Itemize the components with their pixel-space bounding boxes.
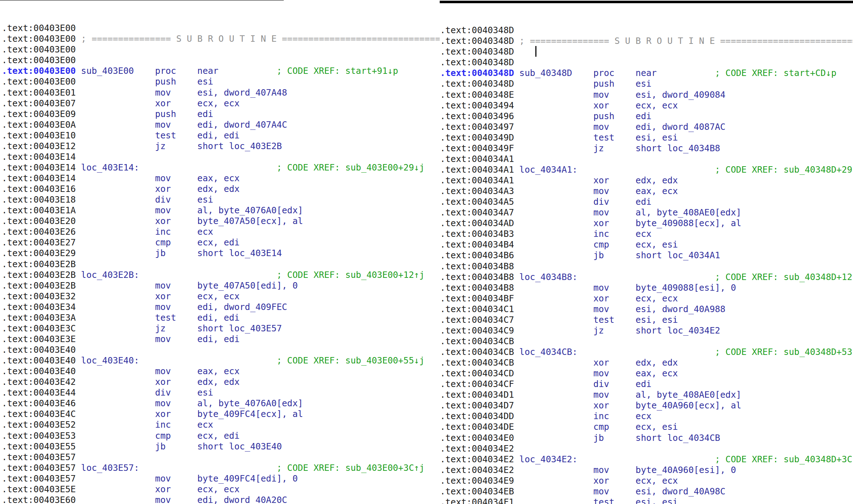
asm-line[interactable]: .text:004034A3 mov eax, ecx	[440, 186, 853, 197]
asm-line[interactable]: .text:00403E40	[2, 345, 440, 355]
asm-line[interactable]: .text:004034CB loc_4034CB: ; CODE XREF: …	[440, 347, 853, 357]
asm-line[interactable]: .text:0040349F jz short loc_4034B8	[440, 143, 853, 154]
asm-line[interactable]: .text:00403E4C xor byte_409FC4[ecx], al	[2, 409, 440, 419]
asm-line[interactable]: .text:004034C1 mov esi, dword_40A988	[440, 304, 853, 315]
asm-line[interactable]: .text:00403E57 mov byte_409FC4[edi], 0	[2, 473, 440, 484]
asm-line[interactable]: .text:00403E3E mov edi, edi	[2, 334, 440, 345]
asm-line[interactable]: .text:00403E07 xor ecx, ecx	[2, 98, 440, 109]
asm-line[interactable]: .text:00403E5E xor ecx, ecx	[2, 484, 440, 495]
asm-line[interactable]: .text:0040348D ; =============== S U B R…	[440, 36, 853, 46]
asm-line[interactable]: .text:00403E00	[2, 23, 440, 34]
asm-line[interactable]: .text:0040348D	[440, 46, 853, 57]
disassembly-pane-right[interactable]: .text:0040348D .text:0040348D ; ========…	[440, 0, 853, 504]
asm-line[interactable]: .text:00403E00 push esi	[2, 76, 440, 87]
asm-line[interactable]: .text:00403E18 div esi	[2, 194, 440, 205]
spacer	[577, 347, 715, 357]
asm-line[interactable]: .text:004034D7 xor byte_40A960[ecx], al	[440, 400, 853, 411]
asm-line[interactable]: .text:004034CB	[440, 336, 853, 347]
asm-line[interactable]: .text:004034B4 cmp ecx, esi	[440, 239, 853, 250]
asm-line[interactable]: .text:00403E32 xor ecx, ecx	[2, 291, 440, 302]
address: .text:00403E2B	[2, 270, 81, 280]
asm-line[interactable]: .text:004034A1 xor edx, edx	[440, 175, 853, 186]
asm-line[interactable]: .text:00403E14 mov eax, ecx	[2, 173, 440, 184]
asm-line[interactable]: .text:004034CB xor edx, edx	[440, 357, 853, 368]
asm-line[interactable]: .text:00403E1A mov al, byte_4076A0[edx]	[2, 205, 440, 216]
asm-line[interactable]: .text:004034C7 test esi, esi	[440, 315, 853, 325]
asm-line[interactable]: .text:00403E0A mov edi, dword_407A4C	[2, 119, 440, 130]
address: .text:00403E20	[2, 216, 81, 226]
asm-line[interactable]: .text:00403E2B mov byte_407A50[edi], 0	[2, 280, 440, 291]
asm-line[interactable]: .text:004034EB mov esi, dword_40A98C	[440, 486, 853, 497]
asm-line[interactable]: .text:004034B3 inc ecx	[440, 229, 853, 239]
asm-line[interactable]: .text:004034DD inc ecx	[440, 411, 853, 422]
asm-line[interactable]: .text:00403494 xor ecx, ecx	[440, 100, 853, 111]
asm-line[interactable]: .text:004034B8	[440, 261, 853, 272]
asm-line[interactable]: .text:00403E10 test edi, edi	[2, 130, 440, 141]
asm-line[interactable]: .text:00403E14	[2, 152, 440, 162]
asm-line[interactable]: .text:00403E20 xor byte_407A50[ecx], al	[2, 216, 440, 226]
asm-line[interactable]: .text:0040348D sub_40348D proc near ; CO…	[440, 68, 853, 78]
asm-line[interactable]: .text:004034A5 div edi	[440, 197, 853, 207]
asm-line[interactable]: .text:004034B8 mov byte_409088[esi], 0	[440, 282, 853, 293]
label-name: loc_4034B8:	[519, 272, 577, 282]
asm-line[interactable]: .text:00403E00 ; =============== S U B R…	[2, 34, 440, 44]
asm-line[interactable]: .text:00403E53 cmp ecx, edi	[2, 431, 440, 441]
asm-line[interactable]: .text:00403E3C jz short loc_403E57	[2, 323, 440, 334]
instruction: xor ecx, ecx	[81, 98, 239, 108]
asm-line[interactable]: .text:00403E57	[2, 452, 440, 463]
asm-line[interactable]: .text:00403E00	[2, 44, 440, 55]
asm-line[interactable]: .text:00403E00 sub_403E00 proc near ; CO…	[2, 66, 440, 76]
asm-line[interactable]: .text:004034CD mov eax, ecx	[440, 368, 853, 379]
asm-line[interactable]: .text:004034AD xor byte_409088[ecx], al	[440, 218, 853, 229]
asm-line[interactable]: .text:00403E09 push edi	[2, 109, 440, 119]
asm-line[interactable]: .text:00403E27 cmp ecx, edi	[2, 237, 440, 248]
asm-line[interactable]: .text:004034CF div edi	[440, 379, 853, 390]
asm-line[interactable]: .text:00403E46 mov al, byte_4076A0[edx]	[2, 398, 440, 409]
asm-line[interactable]: .text:00403E44 div esi	[2, 387, 440, 398]
asm-line[interactable]: .text:004034E9 xor ecx, ecx	[440, 475, 853, 486]
address: .text:004034CF	[440, 379, 519, 389]
asm-line[interactable]: .text:004034E2 loc_4034E2: ; CODE XREF: …	[440, 454, 853, 465]
asm-line[interactable]: .text:004034A1 loc_4034A1: ; CODE XREF: …	[440, 164, 853, 175]
asm-line[interactable]: .text:00403E60 mov edi, dword_40A20C	[2, 495, 440, 504]
asm-line[interactable]: .text:004034D1 mov al, byte_408AE0[edx]	[440, 390, 853, 400]
asm-line[interactable]: .text:00403E14 loc_403E14: ; CODE XREF: …	[2, 162, 440, 173]
asm-line[interactable]: .text:00403497 mov edi, dword_4087AC	[440, 122, 853, 132]
asm-line[interactable]: .text:00403E3A test edi, edi	[2, 312, 440, 323]
label-name: loc_4034E2:	[519, 454, 577, 464]
asm-line[interactable]: .text:00403E57 loc_403E57: ; CODE XREF: …	[2, 463, 440, 473]
asm-line[interactable]: .text:00403E40 mov eax, ecx	[2, 366, 440, 377]
address: .text:004034DE	[440, 422, 519, 432]
asm-line[interactable]: .text:00403E29 jb short loc_403E14	[2, 248, 440, 259]
asm-line[interactable]: .text:00403E2B	[2, 259, 440, 270]
asm-line[interactable]: .text:00403E26 inc ecx	[2, 226, 440, 237]
asm-line[interactable]: .text:004034B8 loc_4034B8: ; CODE XREF: …	[440, 272, 853, 282]
asm-line[interactable]: .text:004034C9 jz short loc_4034E2	[440, 325, 853, 336]
asm-line[interactable]: .text:00403E2B loc_403E2B: ; CODE XREF: …	[2, 270, 440, 280]
asm-line[interactable]: .text:00403E01 mov esi, dword_407A48	[2, 87, 440, 98]
asm-line[interactable]: .text:004034A1	[440, 154, 853, 164]
asm-line[interactable]: .text:00403E16 xor edx, edx	[2, 184, 440, 194]
asm-line[interactable]: .text:0040348D push esi	[440, 78, 853, 89]
asm-line[interactable]: .text:00403496 push edi	[440, 111, 853, 122]
asm-line[interactable]: .text:00403E12 jz short loc_403E2B	[2, 141, 440, 152]
asm-line[interactable]: .text:0040348E mov esi, dword_409084	[440, 90, 853, 100]
asm-line[interactable]: .text:004034B6 jb short loc_4034A1	[440, 250, 853, 261]
asm-line[interactable]: .text:00403E40 loc_403E40: ; CODE XREF: …	[2, 355, 440, 366]
asm-line[interactable]: .text:004034A7 mov al, byte_408AE0[edx]	[440, 207, 853, 218]
asm-line[interactable]: .text:004034E2	[440, 443, 853, 454]
asm-line[interactable]: .text:00403E52 inc ecx	[2, 419, 440, 430]
asm-line[interactable]: .text:0040348D	[440, 57, 853, 68]
asm-line[interactable]: .text:004034F1 test esi, esi	[440, 497, 853, 504]
asm-line[interactable]: .text:004034E0 jb short loc_4034CB	[440, 433, 853, 443]
asm-line[interactable]: .text:004034E2 mov byte_40A960[esi], 0	[440, 465, 853, 475]
asm-line[interactable]: .text:00403E55 jb short loc_403E40	[2, 441, 440, 452]
asm-line[interactable]: .text:0040348D	[440, 25, 853, 36]
asm-line[interactable]: .text:00403E34 mov edi, dword_409FEC	[2, 302, 440, 312]
asm-line[interactable]: .text:0040349D test esi, esi	[440, 132, 853, 143]
disassembly-pane-left[interactable]: .text:00403E00 .text:00403E00 ; ========…	[0, 0, 440, 504]
asm-line[interactable]: .text:004034BF xor ecx, ecx	[440, 293, 853, 304]
asm-line[interactable]: .text:00403E00	[2, 55, 440, 66]
asm-line[interactable]: .text:00403E42 xor edx, edx	[2, 377, 440, 387]
asm-line[interactable]: .text:004034DE cmp ecx, esi	[440, 422, 853, 432]
